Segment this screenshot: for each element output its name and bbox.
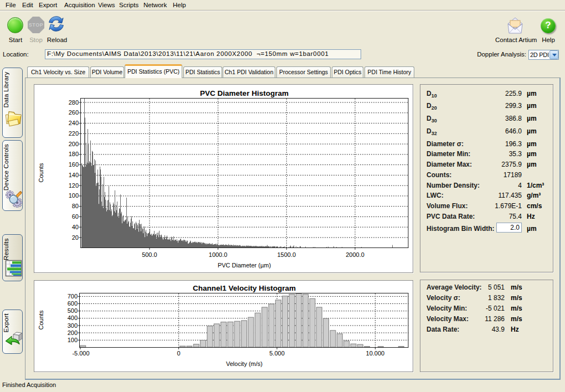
svg-text:500.0: 500.0 (142, 251, 157, 258)
svg-text:260: 260 (69, 109, 79, 116)
svg-text:300: 300 (68, 322, 78, 329)
svg-text:Channel1 Velocity Histogram: Channel1 Velocity Histogram (193, 284, 296, 292)
svg-text:200: 200 (69, 141, 79, 147)
svg-text:100: 100 (69, 192, 79, 199)
svg-text:600: 600 (68, 300, 78, 307)
svg-text:0: 0 (177, 350, 181, 357)
svg-text:100: 100 (68, 337, 78, 343)
svg-text:PVC Diameter (µm): PVC Diameter (µm) (218, 262, 271, 269)
svg-text:280: 280 (69, 99, 79, 106)
svg-text:80: 80 (72, 203, 79, 209)
svg-text:200: 200 (68, 329, 78, 336)
svg-text:1500.0: 1500.0 (277, 251, 296, 258)
svg-text:Counts: Counts (38, 163, 44, 182)
svg-text:60: 60 (72, 213, 79, 220)
svg-text:120: 120 (69, 182, 79, 189)
svg-text:Velocity (m/s): Velocity (m/s) (226, 360, 263, 367)
svg-text:10.000: 10.000 (366, 350, 385, 357)
svg-text:240: 240 (69, 120, 79, 126)
svg-text:40: 40 (72, 224, 79, 230)
svg-text:Counts: Counts (38, 310, 44, 329)
svg-text:160: 160 (69, 161, 79, 168)
svg-text:400: 400 (68, 314, 78, 321)
svg-text:20: 20 (72, 234, 79, 241)
svg-text:500: 500 (68, 307, 78, 314)
svg-text:1000.0: 1000.0 (209, 251, 228, 258)
svg-text:2000.0: 2000.0 (346, 251, 364, 258)
svg-text:180: 180 (69, 151, 79, 157)
svg-text:5.000: 5.000 (269, 350, 285, 357)
svg-text:220: 220 (69, 130, 79, 137)
svg-text:PVC Diameter Histogram: PVC Diameter Histogram (200, 89, 289, 97)
svg-text:-5.000: -5.000 (72, 350, 89, 357)
svg-text:140: 140 (69, 172, 79, 178)
svg-text:700: 700 (68, 293, 78, 300)
